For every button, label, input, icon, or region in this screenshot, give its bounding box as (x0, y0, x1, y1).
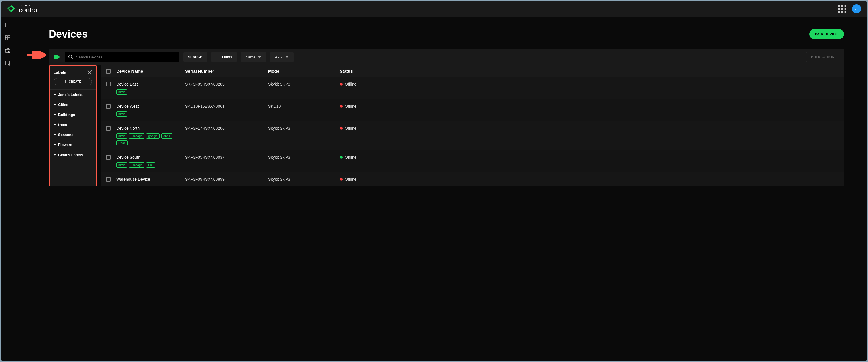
chevron-down-icon (285, 55, 289, 59)
status-dot-icon (340, 83, 343, 86)
chevron-down-icon (54, 114, 56, 116)
filters-button[interactable]: Filters (211, 53, 237, 62)
device-tag[interactable]: Chicago (129, 133, 144, 139)
label-group-name: Cities (58, 102, 68, 107)
svg-rect-10 (5, 35, 7, 37)
device-serial: SKD10F16ESXN006T (185, 104, 268, 108)
device-model: SKD10 (268, 104, 340, 108)
svg-rect-5 (844, 8, 846, 10)
nav-dashboard-icon[interactable] (5, 35, 10, 41)
device-tag[interactable]: one+ (161, 133, 173, 139)
logo-area: SKYKIT control (7, 4, 39, 14)
sort-field-label: Name (246, 55, 255, 59)
labels-toggle-icon[interactable] (53, 54, 61, 60)
table-row[interactable]: Device NorthbirchChicagogoogleone+RoseSK… (101, 122, 844, 150)
labels-panel-title: Labels (54, 70, 66, 75)
table-row[interactable]: Device EastbirchSKP3F05HSXN00283Skykit S… (101, 77, 844, 99)
device-tag[interactable]: Chicago (129, 162, 144, 168)
status-dot-icon (340, 156, 343, 159)
page-title: Devices (49, 28, 88, 40)
device-serial: SKP3F05HSXN00037 (185, 155, 268, 160)
row-checkbox[interactable] (106, 82, 111, 87)
device-tag[interactable]: Fall (146, 162, 155, 168)
label-group-item[interactable]: Beau's Labels (50, 150, 96, 160)
chevron-down-icon (54, 144, 56, 146)
label-group-item[interactable]: Buildings (50, 110, 96, 120)
device-name: Device South (116, 155, 185, 160)
device-model: Skykit SKP3 (268, 177, 340, 182)
device-tag[interactable]: birch (116, 89, 127, 95)
device-serial: SKP3F05HSXN00283 (185, 82, 268, 87)
col-header-model: Model (268, 69, 340, 74)
svg-rect-12 (5, 38, 7, 40)
filters-label: Filters (222, 55, 232, 59)
label-group-item[interactable]: Cities (50, 100, 96, 110)
table-row[interactable]: Warehouse DeviceSKP3F09HSXN00899Skykit S… (101, 172, 844, 187)
search-button[interactable]: SEARCH (183, 53, 207, 62)
pair-device-button[interactable]: PAIR DEVICE (809, 29, 844, 39)
label-group-name: Beau's Labels (58, 153, 83, 157)
label-group-item[interactable]: Seasons (50, 130, 96, 140)
label-group-name: Buildings (58, 112, 75, 117)
toolbar: SEARCH Filters Name A - Z BULK ACTION (49, 49, 844, 65)
device-status: Offline (345, 82, 356, 87)
device-tag[interactable]: birch (116, 111, 127, 117)
header-row: Devices PAIR DEVICE (49, 28, 844, 40)
plus-icon (64, 80, 67, 83)
svg-rect-1 (841, 5, 843, 7)
select-all-checkbox[interactable] (106, 69, 111, 74)
device-tag[interactable]: birch (116, 133, 127, 139)
svg-rect-8 (844, 11, 846, 13)
labels-close-icon[interactable] (87, 70, 92, 75)
chevron-down-icon (54, 134, 56, 136)
row-checkbox[interactable] (106, 126, 111, 131)
device-name: Device North (116, 126, 185, 131)
brand-text: SKYKIT control (19, 4, 39, 14)
apps-grid-icon[interactable] (838, 5, 846, 13)
labels-panel: Labels CREATE Jane's LabelsCitiesBuildin… (49, 65, 97, 187)
device-model: Skykit SKP3 (268, 126, 340, 131)
device-tag[interactable]: Rose (116, 140, 128, 145)
row-checkbox[interactable] (106, 104, 111, 108)
device-name: Device East (116, 82, 185, 87)
row-checkbox[interactable] (106, 155, 111, 160)
label-group-name: Flowers (58, 143, 72, 147)
device-status: Offline (345, 104, 356, 108)
label-group-item[interactable]: Flowers (50, 140, 96, 150)
create-label-button[interactable]: CREATE (54, 78, 92, 85)
nav-list-icon[interactable] (5, 60, 10, 66)
device-tag[interactable]: google (146, 133, 160, 139)
status-dot-icon (340, 105, 343, 108)
row-checkbox[interactable] (106, 177, 111, 182)
table-row[interactable]: Device WestbirchSKD10F16ESXN006TSKD10Off… (101, 99, 844, 122)
chevron-down-icon (54, 104, 56, 106)
col-header-serial: Serial Number (185, 69, 268, 74)
label-group-item[interactable]: trees (50, 120, 96, 130)
search-input[interactable] (76, 55, 176, 59)
svg-rect-9 (5, 23, 10, 27)
sort-field-dropdown[interactable]: Name (241, 53, 267, 62)
device-serial: SKP3F09HSXN00899 (185, 177, 268, 182)
device-name: Device West (116, 104, 185, 108)
user-avatar[interactable]: J (852, 4, 861, 13)
device-status: Online (345, 155, 356, 160)
device-tag[interactable]: birch (116, 162, 127, 168)
svg-rect-4 (841, 8, 843, 10)
svg-rect-6 (838, 11, 840, 13)
sort-order-dropdown[interactable]: A - Z (270, 53, 293, 62)
table-row[interactable]: Device SouthbirchChicagoFallSKP3F05HSXN0… (101, 150, 844, 172)
chevron-down-icon (54, 94, 56, 96)
status-dot-icon (340, 178, 343, 181)
chevron-down-icon (54, 124, 56, 126)
svg-rect-3 (838, 8, 840, 10)
content: Devices PAIR DEVICE SEARCH Fil (14, 17, 867, 361)
search-box (65, 52, 179, 62)
create-label-text: CREATE (69, 80, 81, 83)
table-header: Device Name Serial Number Model Status (101, 65, 844, 77)
nav-briefcase-icon[interactable] (5, 47, 10, 53)
nav-screen-icon[interactable] (5, 22, 10, 28)
label-group-item[interactable]: Jane's Labels (50, 90, 96, 100)
brand-product: control (19, 6, 39, 14)
device-model: Skykit SKP3 (268, 155, 340, 160)
device-status: Offline (345, 177, 356, 182)
